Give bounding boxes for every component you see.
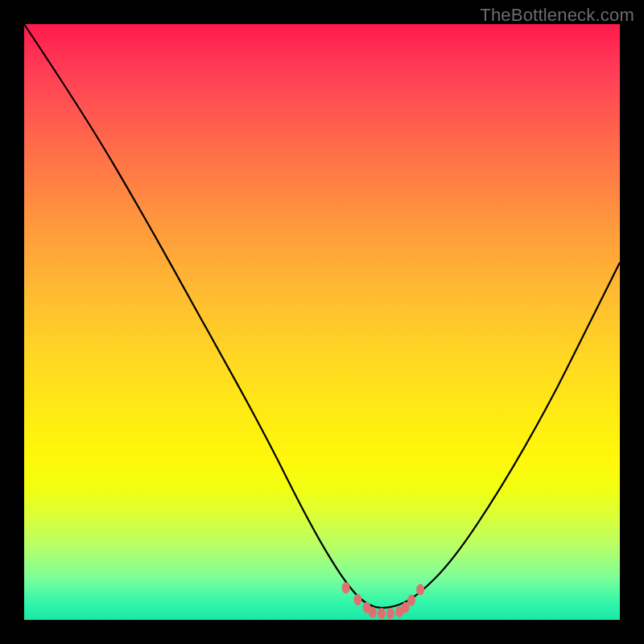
marker-dot bbox=[407, 595, 415, 606]
marker-dot bbox=[369, 607, 377, 618]
marker-dot bbox=[342, 582, 350, 593]
attribution-watermark: TheBottleneck.com bbox=[480, 5, 634, 26]
chart-frame: TheBottleneck.com bbox=[0, 0, 644, 644]
marker-dot bbox=[378, 608, 386, 619]
marker-dot bbox=[386, 608, 394, 619]
marker-dot bbox=[416, 584, 424, 596]
plot-area bbox=[24, 24, 620, 620]
bottleneck-curve bbox=[24, 24, 620, 608]
optimal-region-markers bbox=[342, 582, 424, 619]
marker-dot bbox=[353, 594, 361, 605]
curve-layer bbox=[24, 24, 620, 620]
